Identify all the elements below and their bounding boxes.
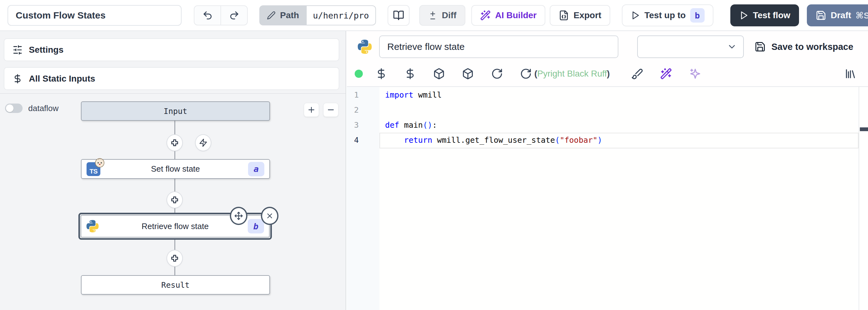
save-icon xyxy=(754,41,766,52)
format-button[interactable] xyxy=(631,67,644,80)
chevron-down-icon xyxy=(727,42,737,52)
code-editor[interactable]: 1234 import wmill def main(): return wmi… xyxy=(347,87,868,310)
add-step-button[interactable] xyxy=(166,191,183,208)
settings-button[interactable]: Settings xyxy=(4,38,339,61)
sliders-icon xyxy=(12,45,23,55)
wand-sparkles-icon xyxy=(660,68,672,80)
play-icon xyxy=(631,11,640,20)
wand-sparkles-icon xyxy=(480,10,491,21)
redo-button[interactable] xyxy=(221,6,247,25)
caption-text: Pyright Black Ruff xyxy=(537,69,607,79)
resources-button[interactable] xyxy=(404,67,416,80)
save-draft-button[interactable]: Draft ⌘S xyxy=(807,4,868,26)
add-step-button[interactable] xyxy=(166,134,183,151)
rotate-cw-icon xyxy=(491,68,503,80)
gutter-line-numbers: 1234 xyxy=(347,88,359,148)
zap-icon xyxy=(199,138,208,147)
reload-button[interactable] xyxy=(520,67,532,80)
step-name-input[interactable] xyxy=(379,35,618,58)
minus-icon xyxy=(327,106,335,114)
export-label: Export xyxy=(574,10,601,20)
undo-redo-group xyxy=(194,5,248,25)
move-icon xyxy=(234,212,243,220)
draft-label: Draft xyxy=(831,10,851,20)
draft-shortcut: ⌘S xyxy=(856,10,868,21)
ai-builder-button[interactable]: AI Builder xyxy=(471,5,545,26)
package-button[interactable] xyxy=(462,67,474,80)
plus-icon xyxy=(307,106,316,114)
save-to-workspace-button[interactable]: Save to workspace xyxy=(754,35,853,58)
overview-ruler-cursor xyxy=(860,128,868,131)
zoom-out-button[interactable] xyxy=(323,103,339,117)
settings-label: Settings xyxy=(29,45,63,55)
flow-graph-panel: Settings All Static Inputs dataflow Inpu… xyxy=(0,31,346,310)
undo-icon xyxy=(202,10,213,21)
test-up-to-label: Test up to xyxy=(644,10,686,20)
sparkles-icon xyxy=(689,68,701,80)
ai-sparkles-button[interactable] xyxy=(689,67,702,80)
result-node[interactable]: Result xyxy=(81,275,270,294)
dataflow-toggle-label: dataflow xyxy=(28,104,59,113)
overview-ruler[interactable] xyxy=(859,87,859,310)
all-static-inputs-button[interactable]: All Static Inputs xyxy=(4,67,339,90)
diff-button[interactable]: Diff xyxy=(419,5,465,26)
input-node-label: Input xyxy=(164,107,187,116)
diff-icon xyxy=(428,11,437,20)
redo-icon xyxy=(229,10,240,21)
docs-button[interactable] xyxy=(388,5,409,26)
save-to-workspace-label: Save to workspace xyxy=(771,42,853,52)
diff-label: Diff xyxy=(442,10,457,20)
step-editor-panel: Save to workspace (Pyr xyxy=(347,31,868,310)
dollar-icon xyxy=(404,68,416,80)
library-icon xyxy=(844,68,857,80)
export-button[interactable]: Export xyxy=(550,5,610,26)
test-up-to-step-badge: b xyxy=(690,8,705,23)
dataflow-toggle[interactable] xyxy=(5,104,23,113)
file-code-icon xyxy=(558,10,569,21)
dollar-icon xyxy=(375,68,387,80)
book-open-icon xyxy=(393,10,404,21)
undo-button[interactable] xyxy=(194,6,221,25)
path-value[interactable]: u/henri/pro xyxy=(307,5,376,25)
save-icon xyxy=(816,10,826,21)
add-trigger-button[interactable] xyxy=(195,134,211,151)
zoom-in-button[interactable] xyxy=(304,103,319,117)
rotate-cw-icon xyxy=(520,68,532,80)
input-node[interactable]: Input xyxy=(81,101,270,121)
dollar-icon xyxy=(12,74,23,84)
ai-builder-label: AI Builder xyxy=(495,10,536,20)
all-static-inputs-label: All Static Inputs xyxy=(29,74,95,84)
step-node-set-flow-state[interactable]: TS Set flow state a xyxy=(81,159,270,179)
move-step-button[interactable] xyxy=(230,207,247,225)
package-icon xyxy=(433,68,445,80)
test-flow-label: Test flow xyxy=(753,10,790,20)
step-id-badge: b xyxy=(248,219,264,233)
result-node-label: Result xyxy=(161,281,189,290)
lint-tools-caption: (Pyright Black Ruff) xyxy=(534,67,610,80)
variables-button[interactable] xyxy=(375,67,388,80)
path-setting: Path u/henri/pro xyxy=(259,5,376,25)
toggle-knob xyxy=(6,105,13,112)
path-button[interactable]: Path xyxy=(259,5,307,25)
reload-button[interactable] xyxy=(491,67,503,80)
play-icon xyxy=(739,11,748,20)
workspace-script-select[interactable] xyxy=(637,35,744,58)
path-label: Path xyxy=(280,10,299,20)
caption-close-paren: ) xyxy=(607,69,610,79)
step-id-badge: a xyxy=(248,162,265,176)
add-step-button[interactable] xyxy=(166,250,183,267)
lsp-status-dot xyxy=(355,69,363,78)
package-icon xyxy=(462,68,474,80)
ai-edit-button[interactable] xyxy=(660,67,672,80)
plus-icon xyxy=(170,254,179,263)
package-button[interactable] xyxy=(433,67,445,80)
close-icon xyxy=(266,212,274,220)
top-toolbar: Path u/henri/pro Diff AI Builder Export … xyxy=(0,0,868,31)
test-up-to-button[interactable]: Test up to b xyxy=(622,4,713,26)
python-icon xyxy=(358,39,372,54)
test-flow-button[interactable]: Test flow xyxy=(730,4,799,26)
delete-step-button[interactable] xyxy=(261,207,278,225)
panel-divider xyxy=(0,93,346,94)
library-button[interactable] xyxy=(844,67,857,80)
flow-title-input[interactable] xyxy=(7,5,182,26)
